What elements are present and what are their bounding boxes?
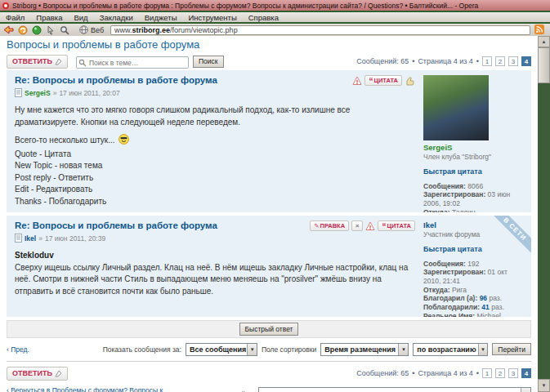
menu-edit[interactable]: Правка	[30, 12, 68, 22]
scroll-down-icon[interactable]: ▼	[538, 379, 550, 392]
search-button[interactable]: Поиск	[193, 56, 224, 68]
sort-go-button[interactable]: Перейти	[492, 343, 531, 355]
posts-count: Сообщений: 65	[356, 57, 409, 65]
page-link-2[interactable]: 2	[495, 56, 505, 66]
profile-field: Поблагодарили: 41 раз.	[423, 303, 526, 312]
pointer-icon[interactable]	[44, 24, 56, 35]
quick-quote-link[interactable]: Быстрая цитата	[423, 167, 526, 176]
address-bar[interactable]: www.striborg.ee/forum/viewtopic.php	[110, 25, 530, 35]
sort-label: Поле сортировки	[262, 345, 316, 354]
web-mode-label: Веб	[91, 26, 104, 34]
scrollbar-thumb[interactable]	[538, 47, 550, 83]
post-2: В СЕТИ Re: Вопросы и проблемы в работе ф…	[7, 216, 531, 317]
close-icon: ×	[355, 222, 359, 229]
profile-field: Откуда: Рига	[423, 286, 526, 295]
post-byline: SergeiS » 17 июн 2011, 20:07	[15, 88, 415, 97]
document-icon	[15, 234, 22, 243]
window-titlebar[interactable]: Striborg • Вопросы и проблемы в работе ф…	[0, 0, 550, 11]
reply-icon	[55, 58, 62, 65]
post-date: 17 июн 2011, 20:39	[45, 234, 105, 243]
delete-button[interactable]: ×	[351, 220, 363, 231]
page-link-3[interactable]: 3	[508, 56, 518, 66]
menu-help[interactable]: Справка	[243, 12, 284, 22]
post-title-link[interactable]: Re: Вопросы и проблемы в работе форума	[15, 75, 352, 85]
profile-field: Реальное Имя: Michael	[423, 312, 526, 318]
search-icon	[78, 56, 87, 70]
window-title: Striborg • Вопросы и проблемы в работе ф…	[12, 2, 478, 10]
menu-bookmarks[interactable]: Закладки	[94, 12, 139, 22]
pagination-top: Сообщений: 65 • Страница 4 из 4 • 1 2 3 …	[356, 56, 531, 66]
quote-button[interactable]: “ЦИТАТА	[364, 75, 402, 86]
page-current: 4	[521, 56, 531, 66]
quick-quote-link[interactable]: Быстрая цитата	[423, 245, 526, 254]
back-icon[interactable]	[2, 24, 15, 35]
author-link[interactable]: Ikel	[25, 234, 36, 243]
opera-logo	[2, 2, 9, 9]
prev-page-link[interactable]: ‹ Пред.	[7, 345, 29, 354]
page-current: 4	[521, 368, 531, 378]
sort-field-select[interactable]: Время размещения▼	[320, 343, 409, 356]
menu-view[interactable]: Вид	[68, 12, 93, 22]
quote-button[interactable]: “ЦИТАТА	[378, 220, 415, 231]
page-link-1[interactable]: 1	[482, 368, 492, 378]
menu-file[interactable]: Файл	[0, 12, 30, 22]
topic-search	[76, 54, 189, 69]
profile-field: Благодарил (а): 96 раз.	[423, 294, 526, 303]
navigation-toolbar: Веб www.striborg.ee/forum/viewtopic.php	[0, 24, 550, 36]
forum-page: Вопросы и проблемы в работе форума ОТВЕТ…	[0, 36, 538, 392]
reload-icon[interactable]	[16, 24, 29, 35]
menu-widgets[interactable]: Виджеты	[139, 12, 183, 22]
report-icon[interactable]: !	[352, 76, 362, 86]
sort-direction-select[interactable]: по возрастанию▼	[413, 343, 488, 356]
post-body: Ну мне кажется что это мягко говоря слиш…	[15, 105, 415, 212]
svg-text:!: !	[356, 78, 359, 85]
scroll-up-icon[interactable]: ▲	[538, 36, 550, 47]
chevron-down-icon: ▼	[398, 344, 408, 355]
pagination-bottom: Сообщений: 65 • Страница 4 из 4 • 1 2 3 …	[356, 368, 531, 378]
profile-rank: Член клуба "Striborg"	[423, 153, 526, 162]
author-link[interactable]: SergeiS	[25, 89, 51, 97]
profile-field: Зарегистрирован: 01 окт 2010, 21:41	[423, 268, 526, 285]
profile-field: Сообщения: 192	[423, 260, 526, 269]
profile-field: Сообщения: 8066	[423, 182, 526, 191]
svg-text:!: !	[369, 223, 372, 230]
topic-title[interactable]: Вопросы и проблемы в работе форума	[7, 38, 531, 52]
post-title-link[interactable]: Re: Вопросы и проблемы в работе форума	[15, 220, 310, 230]
show-label: Показать сообщения за:	[103, 345, 181, 354]
report-icon[interactable]: !	[365, 221, 375, 231]
page-link-3[interactable]: 3	[508, 368, 518, 378]
post-date: 17 июн 2011, 20:07	[59, 89, 119, 97]
home-icon[interactable]	[30, 24, 42, 35]
chevron-down-icon: ▼	[247, 344, 257, 355]
forum-jump-select[interactable]: Проблемы с форумом? Вопросы к администра…	[258, 387, 531, 392]
web-mode-chip[interactable]: Веб	[77, 25, 108, 34]
pencil-icon: ✎	[314, 222, 319, 229]
quick-reply-bar: Быстрый ответ	[7, 320, 531, 338]
vertical-scrollbar[interactable]: ▲ ▼	[538, 36, 550, 392]
zoom-icon[interactable]	[58, 24, 70, 35]
globe-icon	[79, 25, 88, 34]
jump-row: ‹ Вернуться в Проблемы с форумом? Вопрос…	[7, 386, 531, 392]
page-link-2[interactable]: 2	[495, 368, 505, 378]
reply-icon	[55, 370, 62, 377]
search-input[interactable]	[76, 56, 189, 69]
quick-reply-button[interactable]: Быстрый ответ	[239, 323, 299, 336]
profile-field: Зарегистрирован: 03 июн 2006, 19:02	[423, 190, 526, 207]
edit-button[interactable]: ✎ПРАВКА	[310, 220, 349, 231]
menu-tools[interactable]: Инструменты	[182, 12, 242, 22]
post-reply-button[interactable]: ОТВЕТИТЬ	[7, 55, 68, 69]
show-posts-select[interactable]: Все сообщения▼	[186, 343, 257, 356]
post-author-panel: Ikel Участник форума Быстрая цитата Сооб…	[415, 220, 526, 312]
chevron-down-icon: ▼	[478, 344, 488, 355]
post-1: Re: Вопросы и проблемы в работе форума !…	[7, 70, 531, 212]
return-to-forum-link[interactable]: ‹ Вернуться в Проблемы с форумом? Вопрос…	[7, 386, 214, 392]
thumbs-up-icon[interactable]	[405, 76, 415, 86]
rss-icon[interactable]	[534, 23, 544, 38]
avatar[interactable]	[423, 75, 489, 140]
menu-bar: Файл Правка Вид Закладки Виджеты Инструм…	[0, 12, 550, 22]
post-reply-button-bottom[interactable]: ОТВЕТИТЬ	[7, 367, 68, 381]
profile-username[interactable]: SergeiS	[423, 143, 526, 153]
page-link-1[interactable]: 1	[482, 56, 492, 66]
post-body: Stekloduv Сверху ищешь ссылку Личный раз…	[15, 250, 415, 297]
profile-field: Откуда: Таллин	[423, 208, 526, 212]
